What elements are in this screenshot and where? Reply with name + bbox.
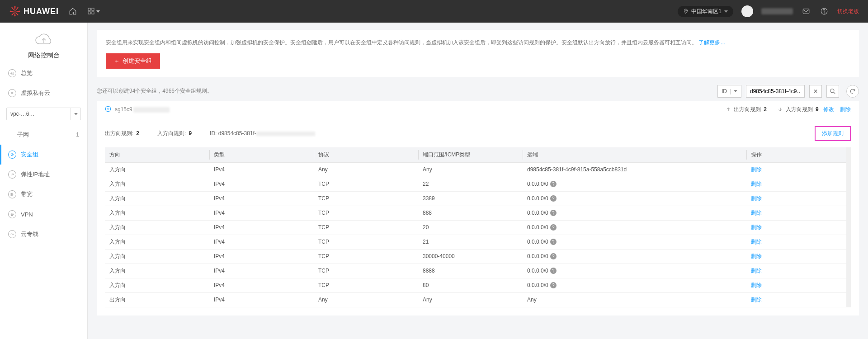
console-cloud-icon <box>33 31 55 48</box>
th-type[interactable]: 类型 <box>209 147 314 163</box>
secgroup-icon: ⊘ <box>8 151 16 159</box>
row-delete-link[interactable]: 删除 <box>751 166 762 173</box>
row-delete-link[interactable]: 删除 <box>751 282 762 288</box>
add-rule-button[interactable]: 添加规则 <box>815 126 851 141</box>
cell-direction: 入方向 <box>105 264 209 278</box>
cell-protocol: TCP <box>314 191 418 206</box>
table-row: 入方向IPv4TCP210.0.0.0/0?删除 <box>105 235 851 249</box>
modify-link[interactable]: 修改 <box>823 106 834 113</box>
table-row: 入方向IPv4TCP200.0.0.0/0?删除 <box>105 220 851 235</box>
cell-remote: 0.0.0.0/0? <box>523 220 746 235</box>
help-icon[interactable]: ? <box>550 181 557 187</box>
table-row: 入方向IPv4TCP800.0.0.0/0?删除 <box>105 278 851 292</box>
learn-more-link[interactable]: 了解更多… <box>698 39 726 46</box>
th-operation[interactable]: 操作 <box>746 147 851 163</box>
help-icon[interactable]: ? <box>550 224 557 231</box>
chevron-down-icon <box>96 10 100 13</box>
home-icon[interactable] <box>68 6 78 16</box>
svg-rect-5 <box>803 9 809 14</box>
region-selector[interactable]: 中国华南区1 <box>678 6 733 17</box>
th-remote[interactable]: 远端 <box>523 147 746 163</box>
sidebar-item-subnet[interactable]: 子网 1 <box>0 125 87 145</box>
row-delete-link[interactable]: 删除 <box>751 268 762 274</box>
sidebar-item-label: 弹性IP地址 <box>21 170 50 179</box>
cell-protocol: TCP <box>314 264 418 278</box>
overview-icon: ◎ <box>8 69 16 77</box>
username[interactable] <box>761 8 793 14</box>
arrow-down-icon <box>778 107 783 112</box>
help-icon[interactable]: ? <box>550 268 557 274</box>
info-text: 安全组用来实现安全组内和组间虚拟机的访问控制，加强虚拟机的安全保护。安全组创建后… <box>106 39 697 46</box>
cell-type: IPv4 <box>209 278 314 292</box>
cell-remote: 0.0.0.0/0? <box>523 177 746 191</box>
filter-key-select[interactable]: ID | <box>717 85 741 98</box>
create-secgroup-button[interactable]: ＋ 创建安全组 <box>106 53 160 69</box>
eip-icon: IP <box>8 170 16 179</box>
help-icon[interactable]: ? <box>550 210 557 216</box>
row-delete-link[interactable]: 删除 <box>751 239 762 245</box>
th-direction[interactable]: 方向 <box>105 147 209 163</box>
sidebar-item-label: 带宽 <box>21 190 33 198</box>
location-icon <box>683 9 689 14</box>
cell-port: 8888 <box>418 264 523 278</box>
cell-direction: 入方向 <box>105 220 209 235</box>
filter-input[interactable] <box>746 85 805 98</box>
secgroup-name[interactable]: sg15c9 <box>115 106 170 113</box>
delete-link[interactable]: 删除 <box>840 106 851 113</box>
row-delete-link[interactable]: 删除 <box>751 195 762 202</box>
cell-type: IPv4 <box>209 249 314 264</box>
help-icon[interactable]: ? <box>550 239 557 245</box>
cell-protocol: TCP <box>314 220 418 235</box>
sidebar-item-directconnect[interactable]: ⤳ 云专线 <box>0 224 87 244</box>
cell-remote: 0.0.0.0/0? <box>523 264 746 278</box>
svg-point-9 <box>105 106 111 112</box>
avatar[interactable] <box>741 5 753 17</box>
rules-table: 方向 类型 协议 端口范围/ICMP类型 远端 操作 入方向IPv4AnyAny… <box>105 147 851 307</box>
cell-protocol: Any <box>314 292 418 307</box>
clear-filter-button[interactable]: ✕ <box>809 85 822 98</box>
search-button[interactable] <box>826 85 839 98</box>
region-label: 中国华南区1 <box>691 8 722 15</box>
th-protocol[interactable]: 协议 <box>314 147 418 163</box>
sidebar-item-eip[interactable]: IP 弹性IP地址 <box>0 165 87 184</box>
help-icon[interactable]: ? <box>550 282 557 288</box>
inbound-rules-stat[interactable]: 入方向规则 9 <box>778 106 819 113</box>
cell-protocol: TCP <box>314 206 418 220</box>
outbound-rules-stat[interactable]: 出方向规则 2 <box>726 106 767 113</box>
help-icon[interactable]: ? <box>550 253 557 259</box>
cell-direction: 入方向 <box>105 249 209 264</box>
cell-port: Any <box>418 292 523 307</box>
cell-port: Any <box>418 162 523 177</box>
cell-direction: 入方向 <box>105 191 209 206</box>
th-port[interactable]: 端口范围/ICMP类型 <box>418 147 523 163</box>
vpc-icon: ≡ <box>8 89 16 97</box>
sidebar-item-vpc[interactable]: ≡ 虚拟私有云 <box>0 83 87 103</box>
collapse-toggle[interactable] <box>105 106 111 113</box>
svg-rect-2 <box>88 12 90 14</box>
refresh-button[interactable] <box>846 85 859 98</box>
cell-port: 22 <box>418 177 523 191</box>
row-delete-link[interactable]: 删除 <box>751 181 762 187</box>
rules-table-wrap: http://www.daniao.org 方向 类型 协议 端口范围/ICMP… <box>105 147 851 307</box>
mail-icon[interactable] <box>801 6 811 16</box>
row-delete-link[interactable]: 删除 <box>751 253 762 259</box>
row-delete-link[interactable]: 删除 <box>751 210 762 216</box>
apps-menu[interactable] <box>88 8 100 15</box>
help-icon[interactable]: ? <box>550 195 557 202</box>
scrollbar[interactable] <box>846 147 851 307</box>
help-icon[interactable] <box>819 6 829 16</box>
vpc-selector[interactable]: vpc-…6… <box>6 108 81 120</box>
switch-version-link[interactable]: 切换老版 <box>837 8 859 15</box>
panel-header: sg15c9 出方向规则 2 入方向规则 9 修改 删除 <box>97 101 859 118</box>
main-content: 安全组用来实现安全组内和组间虚拟机的访问控制，加强虚拟机的安全保护。安全组创建后… <box>88 23 868 339</box>
brand-logo[interactable]: HUAWEI <box>9 5 59 17</box>
sidebar-item-label: 总览 <box>21 69 33 77</box>
cell-port: 888 <box>418 206 523 220</box>
sidebar-item-secgroup[interactable]: ⊘ 安全组 <box>0 145 87 165</box>
sidebar-item-overview[interactable]: ◎ 总览 <box>0 63 87 83</box>
sidebar-item-vpn[interactable]: ⊖ VPN <box>0 204 87 224</box>
row-delete-link[interactable]: 删除 <box>751 297 762 303</box>
cell-remote: 0.0.0.0/0? <box>523 278 746 292</box>
row-delete-link[interactable]: 删除 <box>751 224 762 231</box>
sidebar-item-bandwidth[interactable]: ⊪ 带宽 <box>0 184 87 204</box>
